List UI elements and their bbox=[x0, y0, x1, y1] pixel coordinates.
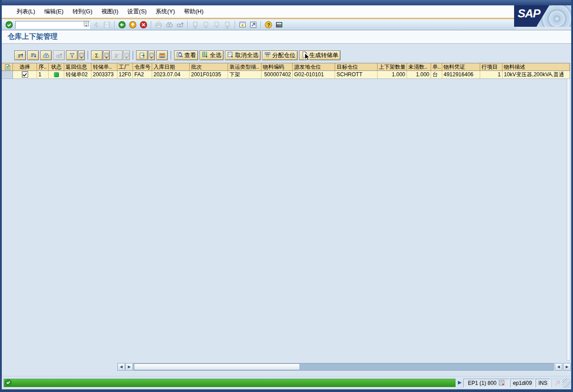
sum-icon[interactable]: Σ bbox=[91, 50, 103, 60]
filter-dropdown-icon[interactable] bbox=[78, 50, 85, 60]
select-all-button-label: 全选 bbox=[210, 51, 221, 59]
create-transfer-order-button-label: 生成转储单 bbox=[309, 51, 338, 59]
column-header-batch[interactable]: 批次 bbox=[190, 63, 228, 71]
sap-logo-text: SAP bbox=[514, 7, 540, 21]
assign-bin-icon bbox=[264, 51, 271, 59]
menu-item-list[interactable]: 列表(L) bbox=[12, 6, 39, 17]
status-expand-icon[interactable]: ▶ bbox=[458, 380, 461, 385]
table-icon[interactable] bbox=[2, 63, 13, 71]
cell-return-message: 转储单02 bbox=[64, 71, 91, 79]
menu-item-edit[interactable]: 编辑(E) bbox=[40, 6, 67, 17]
cell-warehouse-no: FA2 bbox=[133, 71, 152, 79]
menu-bar: 列表(L)编辑(E)转到(G)视图(I)设置(S)系统(Y)帮助(H) bbox=[2, 5, 516, 19]
filter-icon[interactable] bbox=[66, 50, 78, 60]
vertical-scrollbar[interactable] bbox=[567, 63, 570, 361]
column-header-target-bin[interactable]: 目标仓位 bbox=[335, 63, 378, 71]
resize-grip[interactable] bbox=[562, 378, 571, 388]
server-list-icon[interactable] bbox=[498, 380, 505, 387]
scrollbar-thumb[interactable] bbox=[134, 363, 300, 370]
scroll-left-icon[interactable]: ◀ bbox=[117, 363, 125, 371]
scroll-right-icon[interactable]: ▶ bbox=[125, 363, 133, 371]
cancel-icon[interactable] bbox=[139, 21, 148, 29]
scroll-left-2-icon[interactable]: ◀ bbox=[555, 363, 562, 371]
first-page-icon bbox=[191, 21, 200, 29]
cell-status bbox=[49, 71, 64, 79]
server-name-text: ep1di09 bbox=[513, 380, 532, 386]
choose-layout-icon[interactable] bbox=[156, 50, 168, 60]
back-triangle-icon bbox=[91, 21, 101, 29]
command-input[interactable] bbox=[15, 21, 90, 29]
column-header-material-code[interactable]: 物料编码 bbox=[262, 63, 293, 71]
export-dropdown-icon[interactable] bbox=[148, 50, 155, 60]
column-header-material-desc[interactable]: 物料描述 bbox=[502, 63, 570, 71]
sort-ascending-icon[interactable] bbox=[14, 50, 26, 60]
menu-item-view[interactable]: 视图(I) bbox=[97, 6, 122, 17]
standard-toolbar: ? bbox=[2, 20, 516, 30]
menu-item-goto[interactable]: 转到(G) bbox=[68, 6, 96, 17]
menu-item-system[interactable]: 系统(Y) bbox=[152, 6, 179, 17]
command-history-icon[interactable] bbox=[83, 21, 89, 29]
view-button[interactable]: 查看 bbox=[174, 50, 198, 60]
cell-movement-type-desc: 下架 bbox=[228, 71, 262, 79]
svg-text:?: ? bbox=[267, 22, 270, 28]
row-checkbox[interactable] bbox=[22, 71, 28, 78]
column-header-plant[interactable]: 工厂 bbox=[117, 63, 133, 71]
column-header-receipt-date[interactable]: 入库日期 bbox=[152, 63, 190, 71]
cell-putaway-qty: 1.000 bbox=[378, 71, 407, 79]
find-icon[interactable] bbox=[40, 50, 52, 60]
customize-icon[interactable] bbox=[274, 21, 284, 29]
row-selector[interactable] bbox=[2, 71, 13, 79]
print-icon bbox=[154, 21, 163, 29]
toolbar-separator bbox=[151, 21, 151, 29]
column-header-movement-type-desc[interactable]: 装运类型描.. bbox=[228, 63, 262, 71]
grid-header-row: 选择序..状态返回信息转储单..工厂仓库号入库日期批次装运类型描..物料编码源发… bbox=[2, 63, 570, 71]
menu-item-help[interactable]: 帮助(H) bbox=[180, 6, 208, 17]
column-header-source-bin[interactable]: 源发地仓位 bbox=[293, 63, 335, 71]
system-info-cell[interactable]: EP1 (1) 800 bbox=[463, 379, 509, 388]
column-header-select[interactable]: 选择 bbox=[13, 63, 37, 71]
shortcut-icon[interactable] bbox=[249, 21, 258, 29]
column-header-return-message[interactable]: 返回信息 bbox=[64, 63, 91, 71]
column-header-unit[interactable]: 单.. bbox=[431, 63, 442, 71]
sort-descending-icon[interactable] bbox=[27, 50, 39, 60]
cell-line-item: 1 bbox=[480, 71, 502, 79]
back-icon[interactable] bbox=[117, 21, 127, 29]
new-session-icon[interactable] bbox=[238, 21, 247, 29]
status-extra-cell bbox=[551, 379, 563, 388]
menu-item-settings[interactable]: 设置(S) bbox=[123, 6, 150, 17]
last-page-icon bbox=[223, 21, 232, 29]
find-next-icon bbox=[175, 21, 185, 29]
scroll-right-2-icon[interactable]: ▶ bbox=[563, 363, 571, 371]
column-header-seq[interactable]: 序.. bbox=[37, 63, 49, 71]
cell-material-code: 500007402 bbox=[262, 71, 293, 79]
export-icon[interactable] bbox=[136, 50, 148, 60]
cell-unit: 台 bbox=[431, 71, 442, 79]
toolbar-separator bbox=[170, 51, 171, 60]
magnifier-icon bbox=[176, 51, 183, 59]
system-info-text: EP1 (1) 800 bbox=[468, 380, 496, 386]
deselect-all-button[interactable]: 取消全选 bbox=[225, 50, 261, 60]
column-header-open-qty[interactable]: 未清数.. bbox=[407, 63, 431, 71]
help-icon[interactable]: ? bbox=[264, 21, 273, 29]
cell-plant: 12F0 bbox=[117, 71, 133, 79]
deselect-all-button-label: 取消全选 bbox=[235, 51, 258, 59]
assign-bin-button[interactable]: 分配仓位 bbox=[262, 50, 298, 60]
sum-dropdown-icon[interactable] bbox=[103, 50, 110, 60]
status-message-bar bbox=[4, 379, 456, 388]
exit-icon[interactable] bbox=[128, 21, 137, 29]
scrollbar-track[interactable] bbox=[133, 363, 554, 371]
find-icon bbox=[165, 21, 174, 29]
column-header-putaway-qty[interactable]: 上下架数量 bbox=[378, 63, 407, 71]
column-header-status[interactable]: 状态 bbox=[49, 63, 64, 71]
subtotal-icon: Σ bbox=[111, 50, 123, 60]
column-header-line-item[interactable]: 行项目 bbox=[480, 63, 502, 71]
column-header-material-doc[interactable]: 物料凭证 bbox=[442, 63, 480, 71]
insert-mode-cell: INS bbox=[536, 379, 550, 388]
column-header-transfer-order[interactable]: 转储单.. bbox=[91, 63, 117, 71]
column-header-warehouse-no[interactable]: 仓库号 bbox=[133, 63, 152, 71]
deselect-all-icon bbox=[227, 51, 234, 59]
enter-icon[interactable] bbox=[4, 21, 14, 29]
subtotal-dropdown-icon bbox=[123, 50, 130, 60]
cell-select bbox=[13, 71, 37, 79]
select-all-button[interactable]: 全选 bbox=[199, 50, 224, 60]
